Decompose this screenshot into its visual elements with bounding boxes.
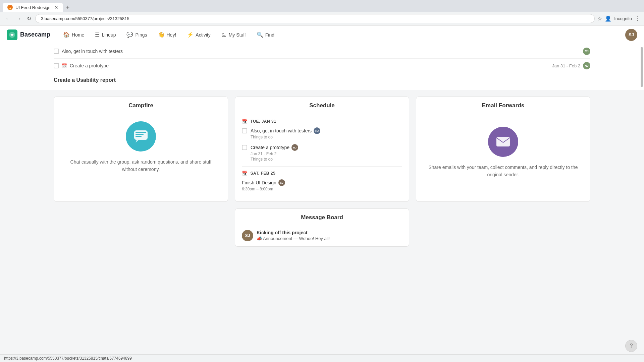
sched-item-title-ui-design: Finish UI Design SJ [242, 179, 402, 186]
find-icon: 🔍 [257, 32, 263, 38]
schedule-item-testers[interactable]: Also, get in touch with testers RJ Thing… [242, 127, 402, 139]
empty-right-col [416, 208, 590, 247]
address-actions: ☆ 👤 Incognito ⋮ [597, 15, 640, 22]
top-navigation: Basecamp 🏠 Home ☰ Lineup 💬 Pings 👋 Hey! … [0, 25, 644, 44]
mystuff-icon: 🗂 [221, 32, 227, 38]
email-svg [495, 134, 511, 150]
svg-rect-3 [136, 134, 144, 135]
sched-item-content-testers: Also, get in touch with testers RJ Thing… [251, 127, 402, 139]
message-item-kickoff[interactable]: SJ Kicking off this project 📣 Announceme… [235, 225, 409, 246]
campfire-icon[interactable] [126, 121, 156, 152]
incognito-label: Incognito [614, 16, 632, 21]
todo-avatar-testers: RJ [583, 48, 590, 55]
bookmark-icon[interactable]: ☆ [597, 15, 602, 22]
message-title-kickoff: Kicking off this project [257, 230, 330, 235]
help-button[interactable]: ? [625, 340, 637, 352]
nav-mystuff[interactable]: 🗂 My Stuff [217, 29, 251, 41]
nav-activity[interactable]: ⚡ Activity [182, 29, 215, 41]
svg-marker-5 [136, 140, 139, 142]
message-board-header: Message Board [235, 209, 409, 225]
sched-item-content-prototype: Create a prototype RJ Jan 31 - Feb 2 Thi… [251, 144, 402, 162]
svg-rect-4 [136, 136, 142, 137]
schedule-item-prototype[interactable]: Create a prototype RJ Jan 31 - Feb 2 Thi… [242, 144, 402, 162]
logo[interactable]: Basecamp [7, 29, 50, 40]
sched-avatar-ui-design: SJ [278, 179, 285, 186]
schedule-divider [242, 166, 402, 167]
scrollbar-track[interactable] [641, 44, 643, 258]
todo-avatar-prototype: RJ [583, 62, 590, 69]
nav-lineup[interactable]: ☰ Lineup [90, 29, 120, 41]
cal-icon-feb25: 📅 [242, 171, 248, 176]
message-content-kickoff: Kicking off this project 📣 Announcement … [257, 230, 330, 241]
sched-checkbox-prototype[interactable] [242, 145, 247, 150]
hey-icon: 👋 [158, 32, 165, 38]
nav-home[interactable]: 🏠 Home [58, 29, 89, 41]
menu-icon[interactable]: ⋮ [635, 15, 640, 22]
schedule-item-ui-design[interactable]: Finish UI Design SJ 6:30pm – 8:00pm [242, 179, 402, 191]
cards-grid: Campfire Chat casually with the group, a… [0, 90, 644, 208]
pings-icon: 💬 [126, 32, 133, 38]
empty-left-col [54, 208, 228, 247]
campfire-chat-svg [133, 128, 149, 144]
sched-item-sub-prototype: Things to do [251, 157, 402, 162]
logo-icon [7, 29, 17, 40]
todo-checkbox-testers[interactable] [54, 49, 59, 54]
home-icon: 🏠 [63, 32, 70, 38]
email-forwards-header: Email Forwards [416, 97, 590, 113]
profile-icon[interactable]: 👤 [605, 15, 611, 22]
tab-title: UI Feed Redesign [15, 5, 52, 10]
sched-item-date-prototype: Jan 31 - Feb 2 [251, 152, 402, 156]
status-bar: https://3.basecamp.com/5550377/buckets/3… [0, 354, 644, 362]
todo-item-testers: Also, get in touch with testers RJ [54, 44, 590, 59]
tab-favicon: 🔥 [7, 5, 13, 10]
nav-hey[interactable]: 👋 Hey! [153, 29, 181, 41]
usability-report-heading: Create a Usability report [54, 73, 590, 84]
campfire-body: Chat casually with the group, ask random… [54, 113, 228, 181]
svg-rect-2 [136, 132, 146, 133]
campfire-header: Campfire [54, 97, 228, 113]
main-content: Also, get in touch with testers RJ 📅 Cre… [0, 44, 644, 362]
scrollbar-thumb[interactable] [641, 47, 643, 87]
email-forwards-body: Share emails with your team, collect com… [416, 113, 590, 192]
sched-item-title-testers: Also, get in touch with testers RJ [251, 127, 402, 134]
calendar-icon-prototype: 📅 [62, 63, 67, 68]
message-board-card[interactable]: Message Board SJ Kicking off this projec… [235, 208, 409, 247]
sched-avatar-prototype: RJ [291, 144, 298, 151]
reload-button[interactable]: ↻ [25, 14, 33, 23]
new-tab-button[interactable]: + [63, 3, 72, 12]
todo-text-testers: Also, get in touch with testers [62, 49, 580, 54]
nav-find[interactable]: 🔍 Find [252, 29, 279, 41]
tab-close-button[interactable]: ✕ [54, 5, 58, 10]
schedule-date-jan31: 📅 TUE, JAN 31 [242, 119, 402, 124]
browser-tab[interactable]: 🔥 UI Feed Redesign ✕ [3, 3, 63, 12]
message-sub-kickoff: 📣 Announcement — Wohoo! Hey all! [257, 236, 330, 241]
todo-checkbox-prototype[interactable] [54, 63, 59, 68]
cal-icon-jan31: 📅 [242, 119, 248, 124]
sched-item-content-ui-design: Finish UI Design SJ 6:30pm – 8:00pm [242, 179, 402, 191]
schedule-date-feb25: 📅 SAT, FEB 25 [242, 171, 402, 176]
address-bar: ← → ↻ 3.basecamp.com/5550377/projects/31… [0, 12, 644, 25]
nav-pings[interactable]: 💬 Pings [122, 29, 152, 41]
email-forwards-description: Share emails with your team, collect com… [427, 164, 579, 179]
sched-checkbox-testers[interactable] [242, 128, 247, 133]
forward-button[interactable]: → [15, 14, 23, 23]
logo-text: Basecamp [20, 31, 50, 38]
email-icon[interactable] [488, 127, 518, 157]
top-partial-section: Also, get in touch with testers RJ 📅 Cre… [0, 44, 644, 90]
sched-avatar-testers: RJ [314, 127, 320, 134]
schedule-header: Schedule [235, 97, 409, 113]
activity-icon: ⚡ [187, 32, 194, 38]
campfire-description: Chat casually with the group, ask random… [65, 158, 217, 173]
back-button[interactable]: ← [4, 14, 12, 23]
sched-item-title-prototype: Create a prototype RJ [251, 144, 402, 151]
url-input[interactable]: 3.basecamp.com/5550377/projects/31325815 [35, 14, 595, 23]
user-avatar[interactable]: SJ [625, 29, 637, 41]
campfire-card[interactable]: Campfire Chat casually with the group, a… [54, 97, 228, 202]
todo-date-prototype: Jan 31 - Feb 2 [552, 63, 580, 68]
message-avatar-kickoff: SJ [242, 230, 253, 241]
svg-rect-6 [496, 137, 510, 146]
email-forwards-card[interactable]: Email Forwards Share emails with your te… [416, 97, 590, 202]
lineup-icon: ☰ [95, 32, 100, 38]
schedule-card[interactable]: Schedule 📅 TUE, JAN 31 Also, get in touc… [235, 97, 409, 202]
message-board-section: Message Board SJ Kicking off this projec… [0, 208, 644, 253]
